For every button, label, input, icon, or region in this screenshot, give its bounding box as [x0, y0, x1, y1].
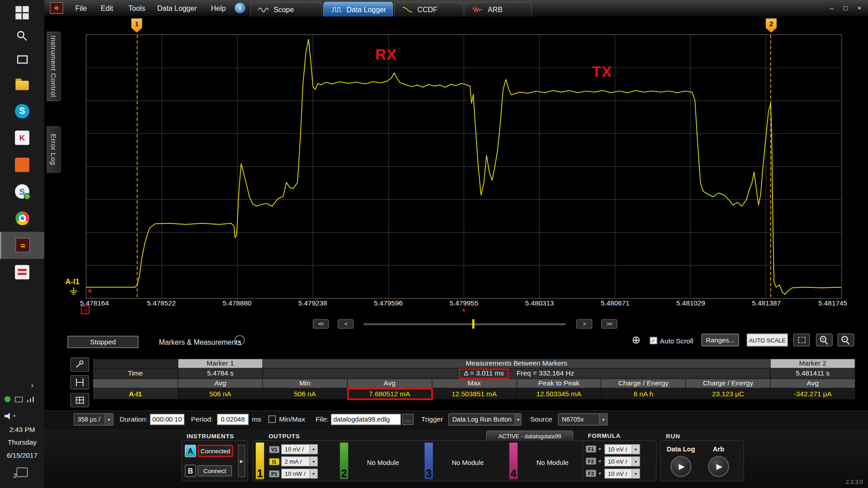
- ground-reference-icon[interactable]: [69, 287, 79, 296]
- menu-file[interactable]: File: [71, 0, 91, 17]
- formula-f2-dropdown[interactable]: 10 nV / ▼: [604, 456, 640, 466]
- taskbar-clock[interactable]: 2:43 PM Thursday 6/15/2017: [0, 424, 44, 462]
- scroll-far-right-button[interactable]: >>: [601, 319, 618, 329]
- timebase-dropdown[interactable]: 358 µs / ▼: [74, 413, 113, 426]
- tab-data-logger[interactable]: Data Logger: [323, 2, 393, 17]
- browse-file-button[interactable]: ...: [402, 414, 413, 425]
- maximize-button[interactable]: □: [840, 3, 851, 13]
- chrome-icon[interactable]: [0, 205, 44, 232]
- minmax-checkbox[interactable]: [269, 416, 276, 423]
- skype-icon[interactable]: S: [0, 98, 44, 124]
- table-grid-icon: [75, 396, 84, 404]
- active-datalog-tab[interactable]: ACTIVE - datalogdata99: [486, 431, 573, 441]
- channel-1-voltage-dropdown[interactable]: 10 nV / ▼: [281, 444, 318, 454]
- dropdown-arrow-icon[interactable]: ▼: [632, 457, 639, 466]
- file-explorer-icon[interactable]: [0, 71, 44, 98]
- instrument-a-connected-button[interactable]: Connected: [198, 445, 233, 457]
- scroll-far-left-button[interactable]: <<: [313, 319, 329, 329]
- volume-muted-icon[interactable]: ×: [5, 413, 16, 419]
- dropdown-arrow-icon[interactable]: ▼: [599, 414, 607, 425]
- minimize-button[interactable]: –: [826, 3, 837, 13]
- probe-setup-button[interactable]: [71, 357, 90, 372]
- tab-arb-label: ARB: [488, 5, 503, 14]
- info-icon[interactable]: i: [235, 3, 245, 13]
- zoom-out-button[interactable]: −: [838, 333, 854, 346]
- waveform-svg[interactable]: [86, 35, 841, 298]
- dropdown-arrow-icon[interactable]: ▼: [309, 469, 317, 478]
- instrument-b-button[interactable]: B: [185, 465, 196, 477]
- dropdown-arrow-icon[interactable]: ▼: [598, 471, 601, 475]
- duration-input[interactable]: [150, 414, 184, 425]
- notification-count: 2: [13, 472, 16, 479]
- table-view-button[interactable]: [71, 393, 90, 407]
- tray-network-icon[interactable]: [27, 396, 34, 402]
- instrument-a-button[interactable]: A: [185, 445, 196, 457]
- channel-1-current-dropdown[interactable]: 2 mA / ▼: [281, 456, 318, 466]
- zoom-region-button[interactable]: [793, 333, 810, 346]
- trigger-dropdown[interactable]: Data Log Run Button ▼: [448, 413, 522, 426]
- dropdown-arrow-icon[interactable]: ▼: [632, 469, 639, 478]
- auto-scroll-checkbox[interactable]: ✓: [650, 337, 657, 344]
- marker-flag-2[interactable]: 2: [765, 18, 776, 33]
- tab-ccdf[interactable]: CCDF: [394, 2, 463, 17]
- dropdown-arrow-icon[interactable]: ▼: [598, 447, 601, 451]
- formula-f3-dropdown[interactable]: 10 nV / ▼: [604, 469, 640, 479]
- menu-edit[interactable]: Edit: [96, 0, 118, 17]
- keysight-io-icon[interactable]: K: [0, 125, 44, 151]
- task-view-icon[interactable]: [0, 47, 44, 70]
- zoom-in-button[interactable]: +: [816, 333, 833, 346]
- dropdown-arrow-icon[interactable]: ▼: [632, 445, 639, 454]
- period-input[interactable]: [217, 414, 249, 425]
- orange-app-icon[interactable]: [0, 151, 44, 178]
- channel-1-power-dropdown[interactable]: 10 nW / ▼: [281, 469, 318, 479]
- instrument-b-connect-button[interactable]: Connect: [198, 465, 232, 476]
- keysight-doc-icon[interactable]: [0, 258, 44, 285]
- tab-instrument-control[interactable]: Instrument Control: [47, 32, 61, 101]
- scrollbar-track[interactable]: [363, 323, 566, 325]
- menu-data-logger[interactable]: Data Logger: [153, 0, 201, 17]
- tab-error-log[interactable]: Error Log: [47, 126, 61, 173]
- window-controls: – □ ×: [826, 3, 864, 13]
- ranges-button[interactable]: Ranges...: [701, 333, 739, 346]
- dropdown-arrow-icon[interactable]: ▼: [309, 457, 317, 466]
- source-dropdown[interactable]: N6705x ▼: [558, 413, 608, 426]
- datalog-play-button[interactable]: ▶: [670, 456, 692, 477]
- search-icon[interactable]: [0, 24, 44, 47]
- channel-1-voltage-value: 10 nV /: [282, 446, 309, 453]
- scroll-left-button[interactable]: <: [338, 319, 354, 329]
- menu-tools[interactable]: Tools: [124, 0, 150, 17]
- tab-scope[interactable]: Scope: [250, 2, 322, 17]
- markers-measurements-collapse-icon[interactable]: ⌄: [235, 335, 245, 345]
- arb-play-button[interactable]: ▶: [708, 456, 729, 477]
- datalogger-app-icon[interactable]: ≈: [0, 232, 44, 258]
- tray-people-icon[interactable]: [5, 396, 10, 402]
- tab-arb[interactable]: ARB: [464, 2, 532, 17]
- file-input[interactable]: [331, 414, 401, 425]
- tray-display-icon[interactable]: [15, 396, 23, 402]
- dropdown-arrow-icon[interactable]: ▼: [104, 414, 113, 425]
- auto-scale-button[interactable]: AUTO SCALE: [747, 333, 788, 346]
- dropdown-arrow-icon[interactable]: ▼: [598, 459, 601, 463]
- start-icon[interactable]: [0, 1, 44, 24]
- instruments-expander-icon[interactable]: ▶: [238, 445, 245, 477]
- pan-position-icon[interactable]: ▲: [461, 306, 467, 313]
- close-button[interactable]: ×: [854, 3, 864, 13]
- skype-business-icon[interactable]: S: [0, 178, 44, 205]
- markers-tool-button[interactable]: [71, 375, 90, 389]
- menu-help[interactable]: Help: [207, 0, 230, 17]
- taskbar-expand-chevron-icon[interactable]: ›: [31, 380, 34, 389]
- waveform-plot[interactable]: RXTX: [86, 34, 842, 299]
- notification-tray-icon[interactable]: 2: [17, 468, 28, 477]
- pan-handle-icon[interactable]: +: [81, 305, 90, 314]
- scroll-right-button[interactable]: >: [576, 319, 593, 329]
- scrollbar-thumb[interactable]: [472, 319, 474, 329]
- dropdown-arrow-icon[interactable]: ▼: [515, 414, 521, 425]
- marker-flag-1[interactable]: 1: [131, 18, 142, 33]
- dropdown-arrow-icon[interactable]: ▼: [309, 445, 317, 454]
- formula-f1-dropdown[interactable]: 10 nV / ▼: [604, 444, 640, 454]
- add-marker-icon[interactable]: ⊕: [632, 333, 640, 346]
- zoom-region-icon: [798, 337, 805, 343]
- trace-label-a-i1[interactable]: A-I1: [65, 278, 79, 286]
- trace-start-marker-icon[interactable]: ◀: [87, 287, 91, 293]
- taskbar-tray-icons[interactable]: [5, 396, 40, 402]
